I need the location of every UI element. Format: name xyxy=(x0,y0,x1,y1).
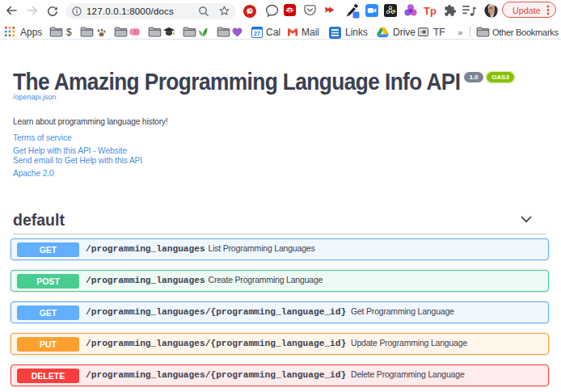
svg-text:27: 27 xyxy=(254,31,260,36)
svg-text:CBS: CBS xyxy=(285,8,294,13)
